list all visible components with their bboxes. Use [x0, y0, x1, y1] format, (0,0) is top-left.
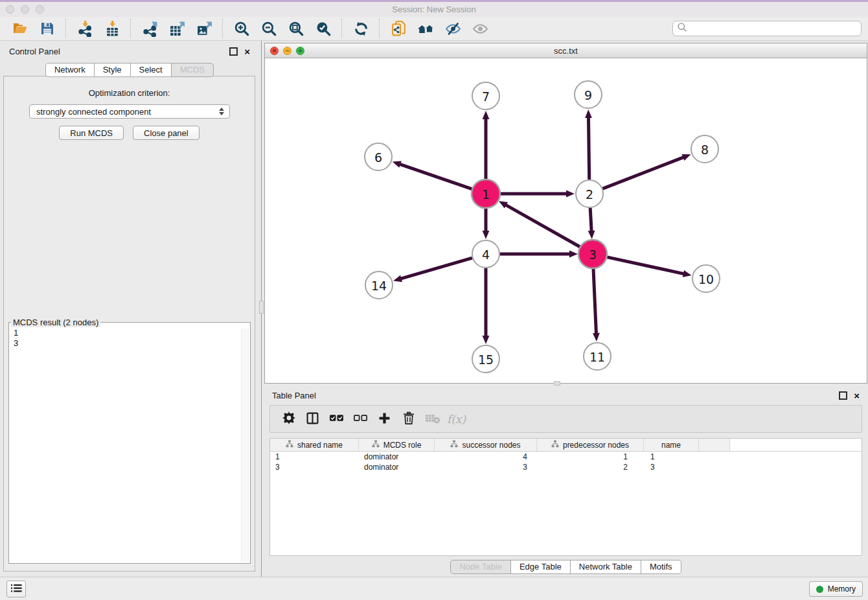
refresh-button[interactable] [350, 18, 372, 39]
open-session-button[interactable] [9, 18, 31, 39]
search-box[interactable] [672, 21, 862, 36]
task-history-button[interactable] [6, 581, 26, 597]
close-table-panel-icon[interactable]: × [854, 391, 860, 400]
mcds-result-node: 3 [14, 338, 246, 349]
zoom-out-icon [261, 21, 277, 37]
criterion-select[interactable]: strongly connected component [29, 104, 230, 119]
export-table-icon [169, 21, 185, 37]
graph-edge-3-1[interactable] [505, 205, 580, 247]
cell-shared-name[interactable]: 3 [270, 463, 359, 472]
mcds-result-list[interactable]: 13 [9, 327, 250, 349]
graph-node-label-11: 11 [589, 350, 605, 364]
home-icon [417, 21, 435, 36]
cell-predecessor-nodes[interactable]: 1 [537, 452, 644, 461]
tab-network-table[interactable]: Network Table [570, 560, 641, 574]
result-scrollbar[interactable] [241, 329, 249, 562]
import-network-button[interactable] [74, 18, 96, 39]
search-input[interactable] [688, 22, 861, 35]
network-maximize-button[interactable]: + [296, 47, 304, 55]
horizontal-splitter-handle[interactable] [554, 381, 560, 386]
hierarchy-icon [551, 440, 559, 450]
deselect-all-button[interactable] [348, 409, 372, 430]
cell-MCDS-role[interactable]: dominator [359, 452, 435, 461]
table-row-2[interactable]: 3dominator323 [270, 462, 862, 472]
tab-edge-table[interactable]: Edge Table [510, 560, 571, 574]
import-network-icon [77, 21, 93, 37]
cell-shared-name[interactable]: 1 [270, 452, 359, 461]
show-all-button[interactable] [469, 18, 491, 39]
delete-column-button[interactable] [396, 409, 420, 430]
cell-name[interactable]: 3 [644, 463, 699, 472]
graph-node-label-10: 10 [698, 272, 714, 286]
column-label: name [661, 441, 681, 450]
graph-edge-4-14[interactable] [401, 258, 472, 279]
select-all-icon [329, 413, 344, 425]
export-table-button[interactable] [166, 18, 188, 39]
graph-arrowhead-2-9 [585, 110, 592, 118]
tab-node-table[interactable]: Node Table [450, 560, 511, 574]
cell-successor-nodes[interactable]: 3 [435, 463, 537, 472]
graph-edge-2-9[interactable] [588, 117, 589, 179]
memory-button[interactable]: Memory [809, 581, 863, 597]
cell-MCDS-role[interactable]: dominator [359, 463, 435, 472]
close-panel-icon[interactable]: × [244, 47, 250, 56]
control-panel-title: Control Panel [9, 47, 60, 56]
run-mcds-button[interactable]: Run MCDS [59, 126, 124, 140]
optimization-criterion-label: Optimization criterion: [4, 88, 255, 98]
graph-edge-1-6[interactable] [400, 164, 472, 189]
network-minimize-button[interactable]: − [283, 47, 291, 55]
table-toolbar: f(x) [269, 405, 862, 433]
column-header-name[interactable]: name [644, 439, 699, 451]
network-canvas[interactable]: 7968124314101511 [265, 58, 867, 384]
close-panel-button[interactable]: Close panel [133, 126, 200, 140]
zoom-in-button[interactable] [231, 18, 253, 39]
clone-network-button[interactable] [387, 18, 409, 39]
home-button[interactable] [415, 18, 437, 39]
network-close-button[interactable]: × [270, 47, 279, 55]
mcds-result-group: MCDS result (2 nodes) 13 [8, 317, 251, 564]
tab-style[interactable]: Style [94, 63, 131, 77]
float-table-panel-icon[interactable] [839, 391, 847, 400]
graph-edge-2-8[interactable] [603, 157, 684, 189]
splitter-handle[interactable] [259, 301, 264, 314]
export-image-button[interactable] [193, 18, 215, 39]
column-header-successor-nodes[interactable]: successor nodes [435, 439, 537, 451]
column-header-MCDS-role[interactable]: MCDS role [359, 439, 435, 451]
toolbar-icon-group [6, 17, 494, 40]
cell-predecessor-nodes[interactable]: 2 [537, 463, 644, 472]
float-panel-icon[interactable] [229, 47, 238, 56]
save-session-button[interactable] [36, 18, 58, 39]
export-network-button[interactable] [139, 18, 161, 39]
vertical-splitter[interactable] [259, 41, 264, 577]
column-header-shared-name[interactable]: shared name [270, 439, 359, 451]
graph-arrowhead-1-2 [566, 190, 575, 198]
zoom-out-button[interactable] [258, 18, 280, 39]
list-icon [11, 584, 22, 595]
split-columns-button[interactable] [301, 409, 325, 430]
column-header-predecessor-nodes[interactable]: predecessor nodes [537, 439, 644, 451]
cell-successor-nodes[interactable]: 4 [435, 452, 537, 461]
table-row-1[interactable]: 1dominator411 [270, 452, 862, 462]
hide-selected-button[interactable] [442, 18, 464, 39]
zoom-fit-button[interactable] [285, 18, 307, 39]
export-network-icon [142, 21, 158, 37]
select-all-button[interactable] [325, 409, 348, 430]
zoom-selected-button[interactable] [312, 18, 334, 39]
graph-node-label-14: 14 [371, 279, 387, 293]
graph-edge-3-11[interactable] [593, 268, 596, 334]
import-table-button[interactable] [101, 18, 123, 39]
tab-mcds[interactable]: MCDS [171, 63, 214, 77]
save-session-icon [40, 21, 55, 36]
graph-arrowhead-1-7 [483, 111, 490, 119]
graph-edge-2-3[interactable] [590, 208, 591, 231]
import-table-icon [104, 21, 120, 37]
network-window-titlebar[interactable]: × − + scc.txt [265, 43, 867, 58]
tab-select[interactable]: Select [130, 63, 172, 77]
tab-network[interactable]: Network [45, 63, 95, 77]
cell-name[interactable]: 1 [644, 452, 699, 461]
tab-motifs[interactable]: Motifs [641, 560, 681, 574]
graph-edge-3-10[interactable] [606, 257, 683, 274]
add-column-button[interactable] [372, 409, 396, 430]
settings-gear-button[interactable] [277, 409, 301, 430]
table-body: 1dominator4113dominator323 [270, 452, 862, 472]
